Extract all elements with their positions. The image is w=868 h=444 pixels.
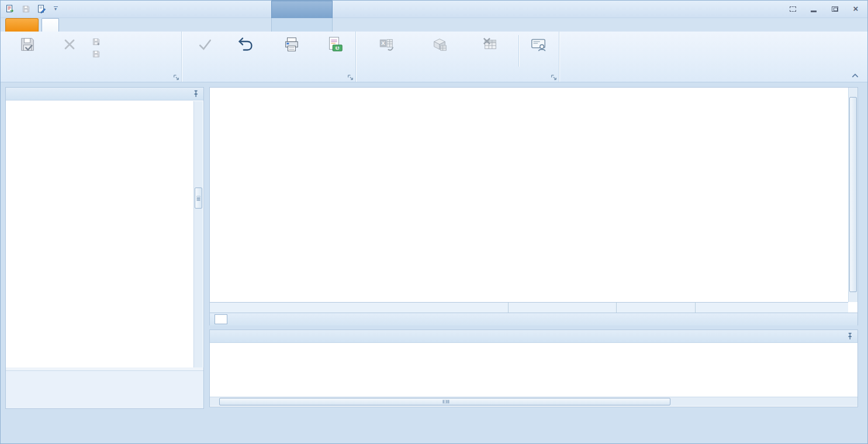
tab-create[interactable]	[136, 18, 153, 32]
scroll-down-icon[interactable]	[849, 293, 857, 301]
post-check-icon	[197, 34, 213, 54]
contextual-tab-group-header	[271, 1, 333, 18]
minimize-button[interactable]	[807, 2, 821, 15]
dialog-launcher-icon[interactable]	[173, 74, 179, 81]
save-small-icon	[92, 50, 101, 58]
excel-import-button[interactable]	[358, 33, 414, 71]
scroll-up-icon[interactable]	[194, 101, 203, 109]
close-button[interactable]: ×	[849, 2, 863, 15]
table-delete-icon	[482, 34, 499, 54]
chevron-up-icon	[852, 74, 859, 78]
save-button[interactable]	[92, 50, 105, 58]
ribbon-tab-row	[1, 18, 868, 32]
save-create-button[interactable]	[92, 37, 105, 46]
group-separator	[518, 35, 519, 67]
summary-sum-total	[562, 303, 617, 313]
property-description	[6, 370, 203, 408]
quick-access-toolbar: ▾	[4, 3, 60, 15]
prepare-print-button[interactable]	[267, 33, 317, 71]
delete-button[interactable]	[51, 33, 88, 71]
discount-card-icon	[530, 34, 547, 54]
excel-icon	[378, 34, 395, 54]
goods-grid-panel	[209, 87, 858, 325]
undo-arrow-icon	[237, 34, 254, 54]
linked-documents-caption	[210, 330, 857, 343]
tab-file[interactable]	[5, 18, 39, 32]
dialog-launcher-icon[interactable]	[347, 74, 354, 81]
pay-money-icon	[326, 34, 344, 54]
scroll-left-icon[interactable]	[210, 397, 219, 406]
tab-document[interactable]	[42, 18, 59, 32]
linked-horizontal-scrollbar[interactable]	[210, 397, 857, 406]
delete-icon	[61, 34, 78, 54]
title-bar: ▾ ×	[1, 1, 868, 18]
goods-grid	[210, 88, 848, 302]
record-navigator	[210, 313, 857, 325]
window-title	[340, 1, 588, 18]
ribbon	[1, 32, 868, 82]
scrollbar-thumb[interactable]	[219, 398, 670, 405]
delete-marked-rows-button[interactable]	[465, 33, 517, 71]
grid-summary-row	[210, 302, 848, 313]
summary-qty-total	[469, 303, 509, 313]
bottom-tab-strip	[209, 407, 858, 422]
tab-directories[interactable]	[186, 18, 203, 32]
printer-icon	[283, 34, 300, 54]
application-window: ▾ ×	[0, 0, 868, 444]
goods-box-icon	[431, 34, 448, 54]
save-icon[interactable]	[20, 3, 32, 15]
restore-button[interactable]	[828, 2, 842, 15]
panel-vertical-scrollbar[interactable]	[193, 101, 203, 380]
save-create-icon	[92, 37, 101, 46]
header-panel	[5, 87, 204, 409]
ribbon-group-actions	[2, 32, 182, 82]
dialog-launcher-icon[interactable]	[551, 74, 557, 81]
save-close-icon	[19, 34, 36, 54]
pin-icon[interactable]	[191, 89, 200, 99]
linked-documents-panel	[209, 329, 858, 407]
grid-vertical-scrollbar[interactable]	[848, 88, 857, 302]
add-goods-button[interactable]	[414, 33, 464, 71]
ribbon-collapse-button[interactable]	[850, 71, 860, 79]
pin-icon[interactable]	[845, 332, 855, 341]
ribbon-group-operations	[182, 32, 356, 82]
tab-settings[interactable]	[236, 18, 252, 32]
scrollbar-thumb[interactable]	[849, 97, 857, 292]
save-close-button[interactable]	[4, 33, 51, 71]
tab-tools[interactable]	[276, 18, 293, 32]
discount-card-button[interactable]	[521, 33, 556, 71]
qat-customize-dropdown-icon[interactable]: ▾	[51, 4, 60, 14]
scrollbar-thumb[interactable]	[195, 188, 202, 209]
rollback-button[interactable]	[225, 33, 267, 71]
post-button[interactable]	[185, 33, 225, 71]
ribbon-group-editing	[356, 32, 559, 82]
pay-button[interactable]	[317, 33, 353, 71]
summary-discount-total	[646, 303, 696, 313]
header-panel-caption	[6, 88, 203, 100]
edit-document-icon[interactable]	[36, 3, 47, 15]
window-controls: ×	[786, 2, 863, 15]
fullscreen-button[interactable]	[786, 2, 800, 15]
record-counter	[215, 314, 227, 324]
export-document-icon[interactable]	[4, 3, 16, 15]
scroll-up-icon[interactable]	[849, 88, 857, 96]
